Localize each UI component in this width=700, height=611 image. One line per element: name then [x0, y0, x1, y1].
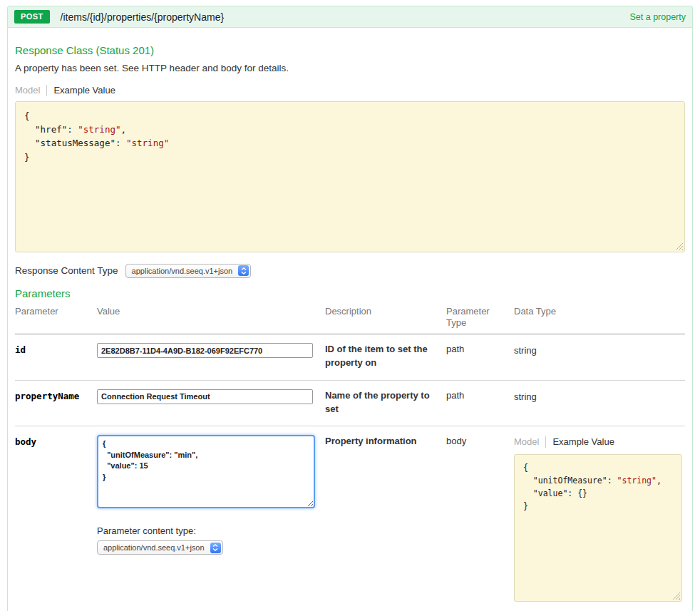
- parameter-type: path: [446, 343, 514, 370]
- parameter-type: body: [446, 435, 514, 602]
- parameter-name: propertyName: [15, 389, 97, 416]
- response-content-type-value: application/vnd.seeq.v1+json: [132, 267, 233, 275]
- body-parameter-textarea[interactable]: { "unitOfMeasure": "min", "value": 15 }: [97, 435, 315, 508]
- response-example-json[interactable]: { "href": "string", "statusMessage": "st…: [15, 101, 685, 252]
- body-data-type-cell: Model Example Value { "unitOfMeasure": "…: [514, 435, 685, 602]
- response-content-type-select[interactable]: application/vnd.seeq.v1+json: [125, 264, 252, 278]
- parameter-description: ID of the item to set the property on: [325, 343, 446, 370]
- operation-path-link[interactable]: /items/{id}/properties/{propertyName}: [61, 11, 225, 23]
- tab-body-model[interactable]: Model: [514, 436, 546, 448]
- parameter-content-type-select[interactable]: application/vnd.seeq.v1+json: [97, 540, 223, 555]
- body-example-json[interactable]: { "unitOfMeasure": "string", "value": {}…: [514, 454, 682, 602]
- column-header-parameter: Parameter: [15, 306, 97, 329]
- propertyName-value-input[interactable]: [97, 389, 313, 404]
- parameter-row-id: id ID of the item to set the property on…: [15, 334, 685, 380]
- response-class-description: A property has been set. See HTTP header…: [15, 63, 685, 73]
- operation-content: Response Class (Status 201) A property h…: [7, 28, 693, 611]
- operation-header[interactable]: POST /items/{id}/properties/{propertyNam…: [7, 6, 693, 28]
- response-class-heading: Response Class (Status 201): [15, 44, 685, 56]
- id-value-input[interactable]: [97, 343, 313, 358]
- response-content-type-row: Response Content Type application/vnd.se…: [15, 264, 685, 278]
- parameters-heading: Parameters: [15, 287, 685, 299]
- tab-model[interactable]: Model: [15, 85, 47, 96]
- parameter-data-type: string: [514, 343, 685, 370]
- parameter-data-type: string: [514, 389, 685, 416]
- parameter-content-type-value: application/vnd.seeq.v1+json: [103, 543, 205, 552]
- response-class-tabs: Model Example Value: [15, 85, 685, 96]
- parameter-row-propertyName: propertyName Name of the property to set…: [15, 380, 685, 426]
- parameter-name: id: [15, 343, 97, 370]
- column-header-description: Description: [325, 306, 446, 329]
- tab-example-value[interactable]: Example Value: [47, 85, 115, 96]
- tab-body-example-value[interactable]: Example Value: [546, 436, 614, 448]
- select-stepper-icon: [238, 265, 249, 276]
- column-header-data-type: Data Type: [514, 306, 685, 329]
- body-value-cell: { "unitOfMeasure": "min", "value": 15 } …: [97, 435, 325, 602]
- parameter-name: body: [15, 435, 97, 602]
- column-header-value: Value: [97, 306, 325, 329]
- parameter-description: Property information: [325, 435, 446, 602]
- select-stepper-icon: [210, 543, 221, 553]
- parameter-description: Name of the property to set: [325, 389, 446, 416]
- parameters-table-header: Parameter Value Description Parameter Ty…: [15, 306, 685, 335]
- parameter-type: path: [446, 389, 514, 416]
- operation-summary-link[interactable]: Set a property: [629, 12, 686, 22]
- swagger-operation-panel: POST /items/{id}/properties/{propertyNam…: [0, 0, 700, 611]
- parameter-row-body: body { "unitOfMeasure": "min", "value": …: [15, 426, 685, 611]
- http-method-badge: POST: [14, 10, 50, 24]
- parameter-content-type-label: Parameter content type:: [97, 525, 325, 536]
- body-schema-tabs: Model Example Value: [514, 436, 682, 448]
- column-header-parameter-type: Parameter Type: [446, 306, 514, 329]
- response-content-type-label: Response Content Type: [15, 265, 118, 276]
